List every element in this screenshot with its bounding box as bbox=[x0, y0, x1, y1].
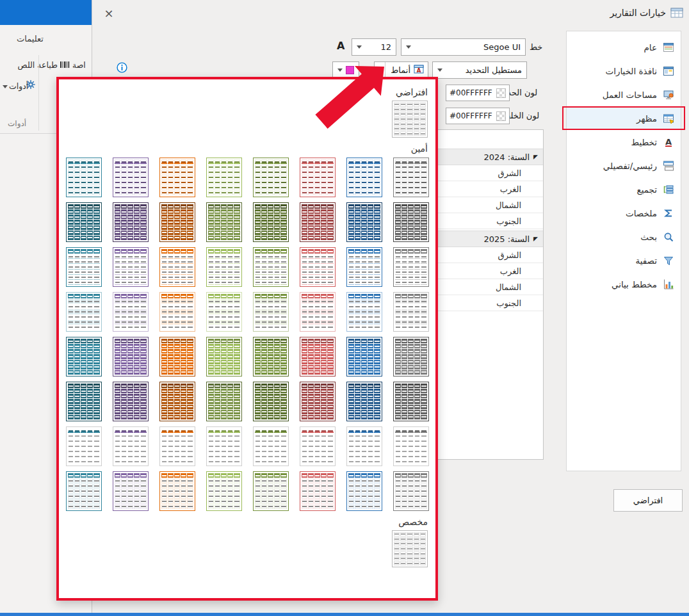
style-thumbnail-boxed[interactable] bbox=[159, 471, 195, 511]
style-thumbnail-boxed[interactable] bbox=[206, 471, 242, 511]
style-thumbnail-boxed[interactable] bbox=[66, 471, 102, 511]
style-thumbnail-boxed[interactable] bbox=[393, 471, 429, 511]
styles-button-main[interactable]: A أنماط bbox=[385, 62, 428, 78]
background-color-input[interactable]: #00FFFFFF bbox=[446, 108, 510, 124]
style-thumbnail-solid[interactable] bbox=[159, 382, 195, 421]
style-thumbnail-light[interactable] bbox=[159, 158, 195, 197]
style-thumbnail-banded[interactable] bbox=[253, 292, 289, 332]
tab-help[interactable]: تعليمات bbox=[17, 34, 44, 44]
style-thumbnail-medium[interactable] bbox=[206, 337, 242, 377]
style-thumbnail-minimal[interactable] bbox=[253, 426, 289, 466]
sidebar-item-grouping[interactable]: تجميع bbox=[567, 177, 681, 201]
style-thumbnail-boxed[interactable] bbox=[113, 471, 149, 511]
style-thumbnail-medium[interactable] bbox=[113, 337, 149, 377]
font-name-combo[interactable]: Segoe UI bbox=[401, 38, 526, 56]
style-thumbnail-minimal[interactable] bbox=[346, 426, 382, 466]
style-thumbnail-banded[interactable] bbox=[393, 292, 429, 332]
sidebar-item-search[interactable]: بحث bbox=[567, 225, 681, 248]
file-tab[interactable] bbox=[0, 0, 92, 25]
style-thumbnail-boxed[interactable] bbox=[253, 471, 289, 511]
style-thumbnail-plain[interactable] bbox=[392, 530, 428, 567]
style-thumbnail-minimal[interactable] bbox=[300, 426, 336, 466]
tools-button[interactable]: أدوات bbox=[9, 81, 28, 91]
group-row-label: السنة: 2024 bbox=[483, 152, 530, 162]
style-thumbnail-medium[interactable] bbox=[253, 337, 289, 377]
expand-icon[interactable]: ◤ bbox=[533, 154, 538, 160]
style-thumbnail-solid[interactable] bbox=[253, 382, 289, 421]
border-color-input[interactable]: #00FFFFFF bbox=[446, 85, 510, 101]
style-thumbnail-dark[interactable] bbox=[253, 202, 289, 242]
style-thumbnail-boxed[interactable] bbox=[300, 471, 336, 511]
style-thumbnail-banded[interactable] bbox=[113, 292, 149, 332]
style-thumbnail-header[interactable] bbox=[253, 247, 289, 287]
expand-icon[interactable]: ◤ bbox=[533, 236, 538, 242]
style-thumbnail-solid[interactable] bbox=[66, 382, 102, 421]
style-thumbnail-banded[interactable] bbox=[206, 292, 242, 332]
style-thumbnail-plain[interactable] bbox=[392, 101, 428, 138]
style-thumbnail-light[interactable] bbox=[300, 158, 336, 197]
style-thumbnail-header[interactable] bbox=[300, 247, 336, 287]
style-thumbnail-banded[interactable] bbox=[159, 292, 195, 332]
default-button[interactable]: افتراضي bbox=[613, 489, 683, 512]
sidebar-item-label: ملخصات bbox=[626, 208, 657, 218]
sidebar-item-filter[interactable]: تصفية bbox=[567, 248, 681, 272]
style-thumbnail-banded[interactable] bbox=[346, 292, 382, 332]
style-thumbnail-light[interactable] bbox=[393, 158, 429, 197]
style-thumbnail-light[interactable] bbox=[66, 158, 102, 197]
style-thumbnail-minimal[interactable] bbox=[113, 426, 149, 466]
style-thumbnail-medium[interactable] bbox=[159, 337, 195, 377]
style-thumbnail-banded[interactable] bbox=[300, 292, 336, 332]
styles-dropdown-button[interactable] bbox=[375, 62, 385, 78]
sidebar-item-workspaces[interactable]: مساحات العمل bbox=[567, 83, 681, 106]
style-thumbnail-banded[interactable] bbox=[66, 292, 102, 332]
style-thumbnail-header[interactable] bbox=[393, 247, 429, 287]
style-thumbnail-light[interactable] bbox=[346, 158, 382, 197]
sidebar-item-general[interactable]: عام bbox=[567, 35, 681, 59]
style-thumbnail-header[interactable] bbox=[66, 247, 102, 287]
sidebar-item-layout[interactable]: A تخطيط bbox=[567, 130, 681, 154]
style-thumbnail-dark[interactable] bbox=[393, 202, 429, 242]
chevron-down-icon[interactable] bbox=[3, 85, 8, 88]
style-thumbnail-minimal[interactable] bbox=[159, 426, 195, 466]
style-thumbnail-solid[interactable] bbox=[300, 382, 336, 421]
style-thumbnail-solid[interactable] bbox=[113, 382, 149, 421]
style-thumbnail-light[interactable] bbox=[253, 158, 289, 197]
styles-split-button[interactable]: A أنماط bbox=[374, 61, 428, 79]
style-thumbnail-dark[interactable] bbox=[113, 202, 149, 242]
style-thumbnail-medium[interactable] bbox=[346, 337, 382, 377]
sidebar-item-master-detail[interactable]: رئيسي/تفصيلي bbox=[567, 154, 681, 177]
style-thumbnail-dark[interactable] bbox=[346, 202, 382, 242]
style-thumbnail-boxed[interactable] bbox=[346, 471, 382, 511]
style-thumbnail-dark[interactable] bbox=[206, 202, 242, 242]
style-thumbnail-light[interactable] bbox=[206, 158, 242, 197]
highlight-color-button[interactable] bbox=[332, 61, 359, 79]
style-thumbnail-medium[interactable] bbox=[66, 337, 102, 377]
sidebar-item-appearance[interactable]: مظهر bbox=[567, 106, 681, 130]
style-thumbnail-minimal[interactable] bbox=[206, 426, 242, 466]
sidebar-item-options-window[interactable]: نافذة الخيارات bbox=[567, 59, 681, 83]
style-thumbnail-header[interactable] bbox=[159, 247, 195, 287]
style-thumbnail-dark[interactable] bbox=[159, 202, 195, 242]
style-thumbnail-medium[interactable] bbox=[393, 337, 429, 377]
style-thumbnail-solid[interactable] bbox=[393, 382, 429, 421]
target-element-combo[interactable]: مستطيل التحديد bbox=[432, 61, 527, 79]
sidebar-item-label: تجميع bbox=[636, 184, 657, 195]
font-label: خط bbox=[530, 42, 542, 52]
info-icon[interactable] bbox=[117, 62, 127, 76]
style-thumbnail-solid[interactable] bbox=[346, 382, 382, 421]
style-thumbnail-dark[interactable] bbox=[300, 202, 336, 242]
style-thumbnail-header[interactable] bbox=[346, 247, 382, 287]
style-thumbnail-solid[interactable] bbox=[206, 382, 242, 421]
close-button[interactable]: × bbox=[101, 5, 117, 20]
style-thumbnail-light[interactable] bbox=[113, 158, 149, 197]
style-thumbnail-header[interactable] bbox=[206, 247, 242, 287]
style-thumbnail-header[interactable] bbox=[113, 247, 149, 287]
style-thumbnail-minimal[interactable] bbox=[393, 426, 429, 466]
print-label-button[interactable]: طباعة اللص bbox=[0, 60, 58, 70]
font-size-combo[interactable]: 12 bbox=[352, 38, 396, 56]
sidebar-item-chart[interactable]: مخطط بياني bbox=[567, 272, 681, 296]
sidebar-item-summaries[interactable]: ملخصات bbox=[567, 201, 681, 225]
style-thumbnail-dark[interactable] bbox=[66, 202, 102, 242]
style-thumbnail-minimal[interactable] bbox=[66, 426, 102, 466]
style-thumbnail-medium[interactable] bbox=[300, 337, 336, 377]
